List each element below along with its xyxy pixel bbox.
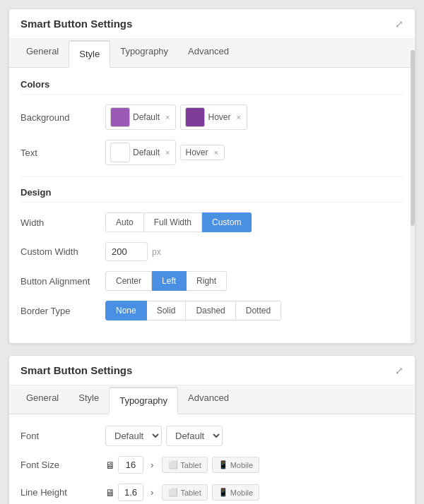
tablet-label-fs: Tablet (180, 461, 201, 469)
bg-default-close[interactable]: × (164, 113, 171, 121)
text-default-close[interactable]: × (164, 148, 171, 157)
tab-typography-1[interactable]: Typography (110, 39, 178, 68)
design-section: Design Width Auto Full Width Custom Cust… (20, 187, 404, 320)
border-btn-group: None Solid Dashed Dotted (105, 301, 281, 320)
monitor-icon-lh: 🖥 (105, 487, 115, 498)
panel-1-header: Smart Button Settings ⤢ (9, 9, 415, 39)
font-size-controls: 🖥 16 › ⬜ Tablet 📱 Mobile (105, 456, 259, 474)
font-size-value: 16 (118, 456, 143, 474)
expand-icon-2[interactable]: ⤢ (395, 365, 404, 376)
expand-icon-1[interactable]: ⤢ (395, 18, 404, 30)
colors-section: Colors Background Default × Hover × (20, 79, 404, 165)
text-hover-label: Hover (185, 148, 208, 157)
width-btn-group: Auto Full Width Custom (105, 212, 252, 232)
bg-hover-group: Hover × (180, 104, 247, 130)
design-title: Design (20, 187, 404, 203)
font-size-mobile-btn[interactable]: 📱 Mobile (212, 457, 259, 473)
bg-hover-swatch[interactable] (185, 107, 205, 127)
scrollbar-track[interactable] (411, 50, 415, 343)
line-height-mobile-btn[interactable]: 📱 Mobile (212, 484, 259, 500)
width-row: Width Auto Full Width Custom (20, 212, 404, 232)
alignment-btn-group: Center Left Right (105, 271, 227, 291)
panel-2: Smart Button Settings ⤢ General Style Ty… (8, 355, 416, 504)
panel-1-tabs: General Style Typography Advanced (9, 39, 415, 68)
alignment-label: Button Alignment (20, 276, 105, 287)
mobile-label-fs: Mobile (230, 461, 253, 469)
text-hover-close[interactable]: × (212, 148, 219, 157)
border-dashed-btn[interactable]: Dashed (186, 301, 235, 320)
bg-hover-close[interactable]: × (235, 113, 242, 121)
colors-title: Colors (20, 79, 404, 95)
tab-style-1[interactable]: Style (69, 40, 110, 68)
background-row: Background Default × Hover × (20, 104, 404, 130)
align-center-btn[interactable]: Center (105, 271, 152, 291)
font-size-row: Font Size 🖥 16 › ⬜ Tablet 📱 Mobile (20, 456, 404, 474)
bg-default-swatch[interactable] (110, 107, 130, 127)
tablet-label-lh: Tablet (180, 488, 201, 497)
font-weight-select[interactable]: Default (166, 426, 223, 446)
text-hover-group: Hover × (180, 145, 224, 160)
tab-general-2[interactable]: General (16, 385, 69, 414)
align-left-btn[interactable]: Left (152, 271, 187, 291)
tab-advanced-1[interactable]: Advanced (178, 39, 239, 68)
font-controls: Default Default (105, 426, 223, 446)
custom-width-input[interactable] (105, 242, 148, 261)
width-custom-btn[interactable]: Custom (202, 212, 252, 232)
custom-width-controls: px (105, 242, 161, 261)
width-fullwidth-btn[interactable]: Full Width (144, 212, 202, 232)
border-label: Border Type (20, 306, 105, 316)
line-height-value: 1.6 (118, 484, 143, 501)
panel-2-header: Smart Button Settings ⤢ (9, 356, 415, 385)
mobile-label-lh: Mobile (230, 488, 253, 497)
bg-hover-label: Hover (208, 112, 230, 122)
border-none-btn[interactable]: None (105, 301, 147, 320)
tab-style-2[interactable]: Style (69, 385, 109, 414)
custom-width-unit: px (152, 247, 161, 257)
tab-advanced-2[interactable]: Advanced (178, 385, 239, 414)
line-height-tablet-btn[interactable]: ⬜ Tablet (162, 484, 207, 500)
line-height-label: Line Height (20, 487, 105, 498)
divider-1 (20, 176, 404, 177)
tab-general-1[interactable]: General (16, 39, 69, 68)
bg-default-group: Default × (105, 104, 176, 130)
line-height-desktop: 🖥 1.6 › (105, 484, 158, 501)
border-dotted-btn[interactable]: Dotted (236, 301, 281, 320)
tablet-icon-fs: ⬜ (168, 460, 178, 469)
border-row: Border Type None Solid Dashed Dotted (20, 301, 404, 320)
monitor-icon: 🖥 (105, 460, 115, 471)
tab-typography-2[interactable]: Typography (109, 387, 178, 414)
font-size-arrow[interactable]: › (146, 457, 158, 473)
mobile-icon-fs: 📱 (218, 460, 228, 469)
panel-1-title: Smart Button Settings (20, 18, 132, 30)
font-family-select[interactable]: Default (105, 426, 162, 446)
scrollbar-thumb[interactable] (411, 50, 415, 226)
panel-1-body: Colors Background Default × Hover × (9, 68, 415, 343)
line-height-row: Line Height 🖥 1.6 › ⬜ Tablet 📱 Mobile (20, 484, 404, 501)
line-height-arrow[interactable]: › (146, 484, 158, 500)
text-color-controls: Default × Hover × (105, 140, 225, 165)
font-label: Font (20, 431, 105, 441)
custom-width-label: Custom Width (20, 246, 105, 257)
alignment-row: Button Alignment Center Left Right (20, 271, 404, 291)
width-auto-btn[interactable]: Auto (105, 212, 144, 232)
text-default-group: Default × (105, 140, 176, 165)
align-right-btn[interactable]: Right (187, 271, 227, 291)
line-height-controls: 🖥 1.6 › ⬜ Tablet 📱 Mobile (105, 484, 259, 501)
bg-default-label: Default (133, 112, 160, 122)
panel-2-title: Smart Button Settings (20, 364, 132, 376)
text-default-swatch[interactable] (110, 143, 130, 162)
custom-width-row: Custom Width px (20, 242, 404, 261)
panel-2-tabs: General Style Typography Advanced (9, 385, 415, 414)
text-default-label: Default (133, 148, 160, 157)
panel-1: Smart Button Settings ⤢ General Style Ty… (8, 8, 416, 344)
font-size-tablet-btn[interactable]: ⬜ Tablet (162, 457, 207, 473)
width-label: Width (20, 217, 105, 228)
background-controls: Default × Hover × (105, 104, 247, 130)
panel-2-body: Font Default Default Font Size 🖥 16 › (9, 414, 415, 504)
font-row: Font Default Default (20, 426, 404, 446)
text-color-label: Text (20, 148, 105, 158)
background-label: Background (20, 112, 105, 123)
border-solid-btn[interactable]: Solid (147, 301, 187, 320)
tablet-icon-lh: ⬜ (168, 488, 178, 497)
text-color-row: Text Default × Hover × (20, 140, 404, 165)
